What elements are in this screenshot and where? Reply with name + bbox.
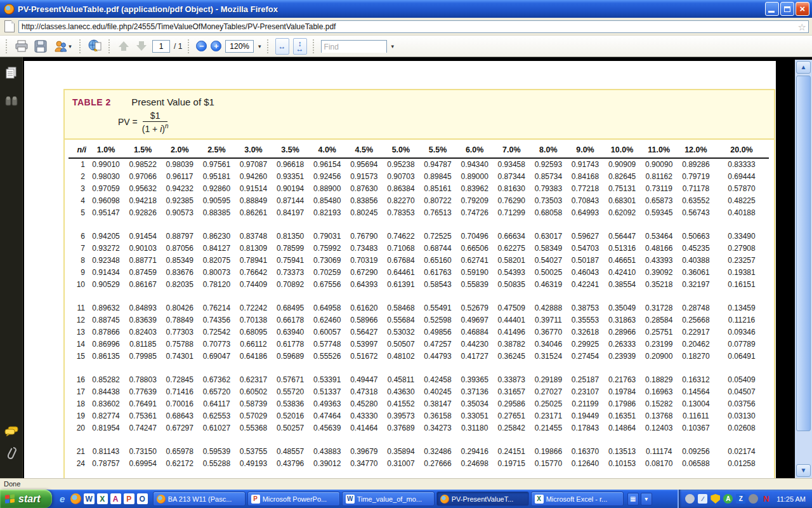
start-label: start: [18, 493, 41, 505]
gap-cell: [69, 362, 769, 373]
gap-cell: [69, 290, 769, 302]
table-cell: 0.58739: [235, 398, 272, 410]
task-button[interactable]: XMicrosoft Excel - r...: [531, 491, 624, 506]
table-cell: 0.19866: [530, 445, 566, 457]
task-button-label: PV-PresentValueT...: [452, 495, 525, 503]
attachments-panel-icon[interactable]: [4, 446, 18, 460]
table-cell: 0.40388: [678, 254, 714, 266]
table-cell: 0.16351: [604, 410, 641, 422]
table-cell: 0.65160: [419, 254, 456, 266]
fit-width-button[interactable]: ↔: [275, 38, 289, 55]
web-page-button[interactable]: [88, 39, 103, 54]
zoom-level-select[interactable]: 120%: [225, 40, 254, 53]
scrollbar-thumb[interactable]: [796, 76, 811, 431]
page-total-label: / 1: [174, 42, 182, 51]
table-cell: 0.49447: [346, 373, 383, 385]
url-field-wrap: ☆: [18, 20, 809, 33]
zoom-in-button[interactable]: +: [211, 41, 221, 51]
table-cell: 0.80426: [161, 302, 198, 314]
table-cell: 0.51316: [604, 242, 641, 254]
table-cell: 0.10153: [604, 457, 641, 469]
column-header: 1.5%: [124, 144, 161, 158]
task-button[interactable]: PMicrosoft PowerPo...: [247, 491, 340, 506]
restore-button[interactable]: [780, 2, 794, 16]
pv-table-head: n/i1.0%1.5%2.0%2.5%3.0%3.5%4.0%4.5%5.0%5…: [69, 144, 769, 158]
system-tool-icon[interactable]: ∕: [698, 494, 707, 504]
table-cell: 0.20462: [678, 338, 714, 350]
bookmark-star-icon[interactable]: ☆: [798, 21, 806, 33]
minimize-button[interactable]: [765, 2, 779, 16]
scroll-up-button[interactable]: ▲: [796, 61, 811, 74]
zoom-dropdown-caret[interactable]: ▾: [258, 43, 261, 50]
find-box-wrap: [321, 40, 387, 53]
antivirus-icon[interactable]: A: [723, 494, 733, 504]
security-shield-icon[interactable]: [710, 494, 720, 504]
table-cell: 0.89632: [88, 302, 124, 314]
novell-icon[interactable]: N: [761, 494, 771, 504]
access-icon[interactable]: A: [110, 493, 121, 504]
close-button[interactable]: ×: [796, 2, 809, 16]
comments-panel-icon[interactable]: [4, 424, 18, 438]
table-row: 100.905290.861670.820350.781200.744090.7…: [69, 278, 769, 290]
table-cell: 0.74247: [124, 422, 161, 434]
column-header: 20.0%: [714, 144, 769, 158]
outlook-icon[interactable]: O: [137, 493, 148, 504]
save-button[interactable]: [33, 39, 48, 54]
table-cell: 0.65978: [161, 445, 198, 457]
page-number-input[interactable]: [152, 40, 170, 53]
table-cell: 0.95694: [346, 158, 383, 170]
table-cell: 0.18829: [641, 373, 678, 385]
task-button[interactable]: WTime_value_of_mo...: [342, 491, 435, 506]
table-cell: 0.79383: [530, 182, 566, 194]
table-cell: 0.67684: [383, 254, 419, 266]
scroll-down-button[interactable]: ▼: [796, 464, 811, 477]
table-cell: 0.62172: [161, 457, 198, 469]
next-page-button[interactable]: [134, 41, 148, 51]
table-cell: 0.14864: [604, 422, 641, 434]
table-cell: 0.17843: [566, 422, 603, 434]
previous-page-button[interactable]: [117, 41, 131, 51]
find-dropdown-caret[interactable]: ▾: [391, 43, 395, 50]
windows-flag-icon: [5, 494, 15, 504]
z-app-icon[interactable]: Z: [736, 494, 745, 504]
excel-icon[interactable]: X: [97, 493, 108, 504]
table-cell: 0.50507: [383, 338, 419, 350]
table-cell: 0.48225: [714, 194, 769, 206]
volume-icon[interactable]: [749, 494, 758, 504]
table-cell: 0.95181: [198, 170, 235, 182]
pages-panel-icon[interactable]: [4, 66, 18, 80]
table-cell: 0.82075: [198, 254, 235, 266]
table-cell: 0.55491: [419, 302, 456, 314]
table-cell: 0.52016: [272, 410, 309, 422]
table-cell: 0.50663: [678, 230, 714, 242]
table-cell: 0.69954: [124, 457, 161, 469]
url-input[interactable]: [19, 21, 808, 32]
internet-explorer-icon[interactable]: e: [57, 493, 68, 504]
table-cell: 0.64461: [383, 266, 419, 278]
bookmarks-panel-icon[interactable]: [4, 94, 18, 108]
start-button[interactable]: start: [0, 490, 52, 508]
toolbar-chevron-button[interactable]: ▾: [641, 493, 652, 505]
table-cell: 0.21199: [566, 398, 603, 410]
table-cell: 0.50257: [272, 422, 309, 434]
table-cell: 0.11174: [641, 445, 678, 457]
fit-page-button[interactable]: ↕ ↔: [293, 38, 307, 55]
task-button[interactable]: PV-PresentValueT...: [436, 491, 529, 506]
zoom-out-button[interactable]: −: [196, 41, 207, 51]
vertical-scrollbar[interactable]: ▲ ▼: [795, 60, 812, 478]
table-cell: 0.48557: [272, 445, 309, 457]
task-button[interactable]: BA 213 W11 (Pasc...: [153, 491, 246, 506]
windows-update-icon[interactable]: [685, 494, 695, 504]
language-bar-button[interactable]: ▦: [627, 493, 639, 505]
firefox-icon[interactable]: [70, 493, 81, 504]
find-input[interactable]: [322, 41, 386, 53]
table-cell: 0.75941: [272, 254, 309, 266]
table-cell: 0.79031: [309, 230, 346, 242]
collaborate-button[interactable]: ▾: [52, 39, 74, 54]
table-cell: 0.88849: [235, 194, 272, 206]
table-cell: 0.60057: [309, 326, 346, 338]
powerpoint-icon[interactable]: P: [124, 493, 134, 504]
table-cell: 0.45235: [678, 242, 714, 254]
word-icon[interactable]: W: [84, 493, 95, 504]
print-button[interactable]: [14, 39, 29, 54]
